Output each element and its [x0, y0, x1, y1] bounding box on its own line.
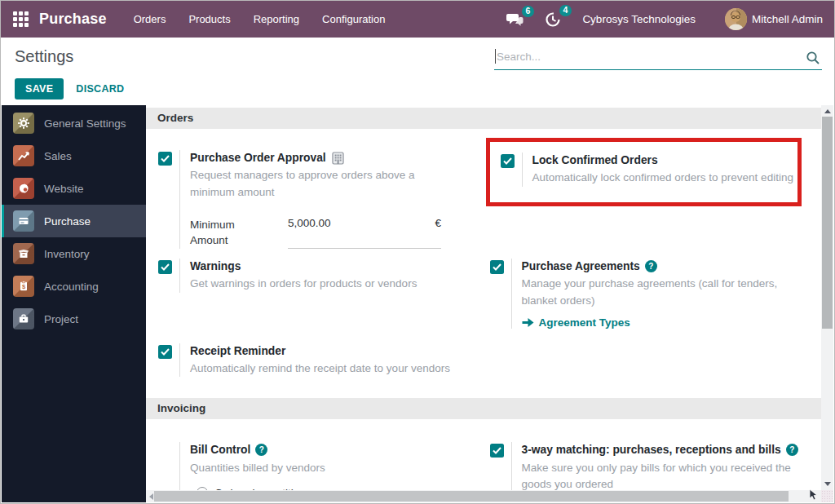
horizontal-scroll-thumb[interactable] — [154, 491, 789, 502]
chat-bubbles-icon — [506, 12, 524, 27]
search-box[interactable]: Search... — [494, 47, 822, 70]
setting-label: 3-way matching: purchases, receptions an… — [522, 442, 781, 458]
accounting-clipboard-icon: $ — [13, 276, 34, 297]
main-menu: Orders Products Reporting Configuration — [134, 13, 386, 25]
settings-sidebar: General Settings Sales Website Purchase … — [2, 105, 146, 502]
sidebar-item-website[interactable]: Website — [2, 172, 146, 205]
checkbox-check-icon — [161, 348, 170, 356]
control-panel: Settings Search... SAVE DISCARD — [2, 38, 833, 105]
setting-label: Purchase Order Approval — [190, 150, 326, 166]
setting-label: Purchase Agreements — [522, 259, 640, 274]
minimum-amount-label: Minimum Amount — [190, 217, 275, 249]
app-window: Purchase Orders Products Reporting Confi… — [0, 0, 835, 504]
checkbox-check-icon — [493, 447, 501, 454]
section-header-invoicing: Invoicing — [146, 398, 821, 419]
help-icon[interactable]: ? — [645, 260, 657, 272]
warnings-checkbox[interactable] — [158, 260, 172, 274]
sidebar-item-general-settings[interactable]: General Settings — [2, 107, 146, 139]
scroll-up-arrow[interactable] — [824, 109, 831, 113]
messages-badge: 6 — [522, 6, 535, 18]
checkbox-check-icon — [161, 263, 170, 271]
inventory-box-icon — [13, 243, 34, 264]
menu-products[interactable]: Products — [188, 13, 230, 25]
menu-configuration[interactable]: Configuration — [322, 13, 385, 25]
setting-description: Make sure you only pay bills for which y… — [522, 460, 809, 490]
receipt-reminder-checkbox[interactable] — [158, 345, 172, 359]
red-highlight-box: Lock Confirmed Orders Automatically lock… — [486, 138, 802, 206]
sidebar-item-accounting[interactable]: $ Accounting — [2, 270, 146, 303]
user-menu[interactable]: Mitchell Admin — [725, 8, 823, 30]
checkbox-check-icon — [503, 157, 512, 165]
setting-label: Receipt Reminder — [190, 343, 285, 359]
setting-description: Quantities billed by vendors — [190, 460, 325, 476]
search-icon[interactable] — [806, 51, 820, 65]
scroll-left-arrow[interactable] — [149, 493, 153, 500]
company-switcher[interactable]: Cybrosys Technologies — [582, 13, 696, 25]
three-way-matching-checkbox[interactable] — [490, 444, 504, 458]
setting-receipt-reminder: Receipt Reminder Automatically remind th… — [158, 343, 490, 378]
setting-description: Get warnings in orders for products or v… — [190, 276, 417, 292]
setting-description: Manage your purchase agreements (call fo… — [522, 276, 814, 309]
action-buttons: SAVE DISCARD — [15, 78, 124, 99]
menu-orders[interactable]: Orders — [134, 13, 166, 25]
navbar-right: 6 4 Cybrosys Technologies — [506, 8, 834, 30]
sidebar-item-purchase[interactable]: Purchase — [2, 205, 146, 237]
save-button[interactable]: SAVE — [15, 78, 64, 99]
scrollbar-corner — [821, 490, 833, 502]
help-icon[interactable]: ? — [255, 444, 267, 456]
setting-purchase-agreements: Purchase Agreements? Manage your purchas… — [490, 259, 822, 329]
help-icon[interactable]: ? — [786, 444, 798, 456]
setting-warnings: Warnings Get warnings in orders for prod… — [158, 259, 490, 293]
link-label: Agreement Types — [539, 316, 630, 329]
arrow-right-icon — [522, 317, 534, 328]
sidebar-item-label: Sales — [44, 150, 72, 162]
scroll-down-arrow[interactable] — [824, 482, 831, 486]
top-navbar: Purchase Orders Products Reporting Confi… — [1, 1, 834, 38]
section-header-orders: Orders — [146, 108, 821, 129]
setting-bill-control: Bill Control? Quantities billed by vendo… — [158, 442, 490, 490]
vertical-scrollbar[interactable] — [821, 105, 833, 490]
setting-description: Request managers to approve orders above… — [190, 167, 459, 201]
project-briefcase-icon — [13, 308, 34, 329]
menu-reporting[interactable]: Reporting — [254, 13, 299, 25]
agreement-types-link[interactable]: Agreement Types — [522, 316, 814, 329]
setting-three-way-matching: 3-way matching: purchases, receptions an… — [490, 442, 822, 490]
gear-icon — [13, 113, 34, 134]
sidebar-item-sales[interactable]: Sales — [2, 139, 146, 172]
purchase-card-icon — [13, 210, 34, 232]
sales-chart-icon — [13, 145, 34, 166]
discard-button[interactable]: DISCARD — [76, 83, 124, 95]
website-globe-icon — [13, 178, 34, 199]
sidebar-item-inventory[interactable]: Inventory — [2, 237, 146, 270]
currency-symbol: € — [435, 217, 441, 242]
setting-lock-confirmed-orders: Lock Confirmed Orders Automatically lock… — [490, 150, 822, 206]
enterprise-building-icon — [332, 152, 344, 165]
setting-description: Automatically remind the receipt date to… — [190, 360, 450, 377]
purchase-agreements-checkbox[interactable] — [490, 260, 504, 274]
setting-label: Lock Confirmed Orders — [532, 153, 658, 168]
horizontal-scrollbar[interactable] — [146, 490, 821, 502]
app-title[interactable]: Purchase — [39, 11, 107, 28]
checkbox-check-icon — [493, 263, 501, 271]
checkbox-check-icon — [161, 155, 170, 162]
minimum-amount-input[interactable]: 5,000.00 € — [288, 217, 441, 249]
setting-description: Automatically lock confirmed orders to p… — [532, 170, 793, 186]
sidebar-item-label: Purchase — [44, 215, 91, 228]
minimum-amount-value: 5,000.00 — [288, 217, 331, 242]
sidebar-item-label: Inventory — [44, 248, 90, 260]
lock-confirmed-orders-checkbox[interactable] — [501, 154, 515, 168]
vertical-scroll-thumb[interactable] — [822, 117, 833, 329]
user-name: Mitchell Admin — [752, 13, 823, 25]
setting-label: Warnings — [190, 259, 241, 274]
sidebar-item-project[interactable]: Project — [2, 303, 146, 335]
purchase-order-approval-checkbox[interactable] — [158, 152, 172, 166]
activities-badge: 4 — [559, 5, 572, 17]
sidebar-item-label: Project — [44, 313, 78, 325]
apps-grid-icon[interactable] — [13, 11, 29, 27]
sidebar-item-label: General Settings — [44, 117, 126, 130]
sidebar-item-label: Accounting — [44, 281, 99, 293]
search-input[interactable]: Search... — [497, 51, 541, 63]
messages-button[interactable]: 6 — [506, 12, 524, 27]
activities-button[interactable]: 4 — [545, 11, 561, 28]
page-title: Settings — [15, 47, 73, 66]
